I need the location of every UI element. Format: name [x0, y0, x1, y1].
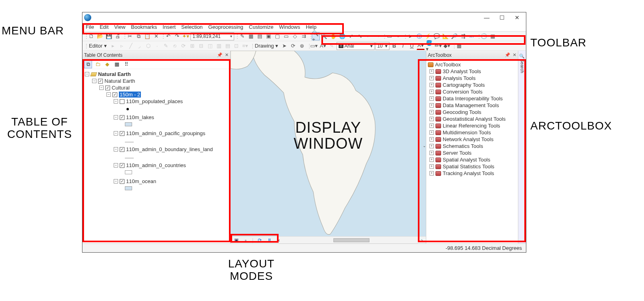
- toc-tree[interactable]: − Natural Earth − Natural Earth − Cultur…: [82, 69, 230, 243]
- toolbox-item[interactable]: +Schematics Tools: [429, 143, 516, 150]
- collapse-icon[interactable]: −: [114, 179, 118, 183]
- close-button[interactable]: ✕: [513, 14, 521, 21]
- checkbox[interactable]: [105, 86, 110, 90]
- expand-icon[interactable]: +: [429, 110, 434, 114]
- goto-xy-icon[interactable]: XY: [468, 32, 476, 40]
- expand-icon[interactable]: +: [429, 83, 434, 87]
- data-view-icon[interactable]: ▣: [233, 237, 239, 243]
- expand-icon[interactable]: +: [429, 144, 434, 148]
- expand-icon[interactable]: +: [429, 137, 434, 142]
- maximize-button[interactable]: ☐: [498, 14, 506, 21]
- edit-tool-icon[interactable]: ▹: [118, 42, 126, 50]
- select-features-icon[interactable]: ▭: [385, 32, 393, 40]
- toc-layer[interactable]: −110m_admin_0_countries: [114, 162, 228, 169]
- find-route-icon[interactable]: ⇶: [459, 32, 467, 40]
- checkbox[interactable]: [112, 92, 117, 97]
- list-by-drawing-order-icon[interactable]: ⧉: [84, 60, 92, 68]
- expand-icon[interactable]: +: [429, 151, 434, 155]
- layer-label[interactable]: 110m_lakes: [126, 114, 154, 120]
- rectangle-icon[interactable]: ▭▾: [310, 42, 318, 50]
- toolbox-item[interactable]: +Geocoding Tools: [429, 109, 516, 116]
- redo-icon[interactable]: ↷: [173, 32, 181, 40]
- expand-icon[interactable]: +: [429, 90, 434, 94]
- pin-icon[interactable]: 📌: [217, 52, 223, 58]
- minimize-button[interactable]: —: [483, 14, 491, 21]
- paste-icon[interactable]: 📋: [143, 32, 151, 40]
- toc-layer[interactable]: −110m_ocean: [114, 178, 228, 185]
- expand-icon[interactable]: +: [429, 130, 434, 135]
- edit-tool-icon[interactable]: ⊡: [233, 42, 241, 50]
- back-icon[interactable]: ←: [365, 32, 373, 40]
- rotate-icon[interactable]: ⟳: [289, 42, 297, 50]
- toolbox-item[interactable]: +Data Interoperability Tools: [429, 95, 516, 102]
- save-icon[interactable]: 💾: [105, 32, 113, 40]
- python-icon[interactable]: ◇: [291, 32, 299, 40]
- list-by-source-icon[interactable]: 🗀: [94, 60, 102, 68]
- toc-dataframe[interactable]: Natural Earth: [104, 78, 135, 84]
- search-sidetab[interactable]: 🔍 Search: [518, 51, 526, 243]
- toolbox-item[interactable]: +Conversion Tools: [429, 88, 516, 95]
- toolbar-icon[interactable]: ▦: [455, 42, 463, 50]
- catalog-icon[interactable]: ▣: [265, 32, 273, 40]
- menu-bookmarks[interactable]: Bookmarks: [131, 24, 157, 30]
- toolbox-item[interactable]: +Linear Referencing Tools: [429, 122, 516, 129]
- fixed-zoom-in-icon[interactable]: ⤢: [347, 32, 355, 40]
- panel-close-icon[interactable]: ✕: [513, 52, 516, 58]
- font-combo[interactable]: 🅰 Arial▾: [337, 42, 375, 50]
- font-color-icon[interactable]: A▾: [417, 42, 425, 50]
- collapse-icon[interactable]: −: [114, 99, 118, 104]
- collapse-icon[interactable]: −: [92, 79, 96, 83]
- viewer-icon[interactable]: ▦: [489, 32, 497, 40]
- pan-icon[interactable]: ✋: [329, 32, 337, 40]
- toolbox-item[interactable]: +Server Tools: [429, 150, 516, 156]
- menu-insert[interactable]: Insert: [163, 24, 176, 30]
- toc-layer-selected[interactable]: 150m - 2: [119, 92, 141, 98]
- edit-tool-icon[interactable]: ▤: [224, 42, 232, 50]
- options-icon[interactable]: ⠿: [122, 60, 130, 68]
- toolbox-item[interactable]: +3D Analyst Tools: [429, 68, 516, 75]
- fixed-zoom-out-icon[interactable]: ⤡: [356, 32, 364, 40]
- pin-icon[interactable]: 📌: [505, 52, 510, 58]
- menubar[interactable]: File Edit View Bookmarks Insert Selectio…: [82, 23, 526, 32]
- chevron-left-icon[interactable]: ‹: [276, 237, 282, 243]
- italic-icon[interactable]: I: [399, 42, 407, 50]
- copy-icon[interactable]: ⧉: [134, 32, 142, 40]
- collapse-icon[interactable]: −: [114, 131, 118, 136]
- menu-windows[interactable]: Windows: [279, 24, 300, 30]
- layer-label[interactable]: 110m_populated_places: [126, 98, 183, 104]
- delete-icon[interactable]: ✕: [152, 32, 160, 40]
- cut-icon[interactable]: ✂: [126, 32, 134, 40]
- edit-tool-icon[interactable]: ▥: [215, 42, 223, 50]
- edit-tool-icon[interactable]: ⬡: [144, 42, 152, 50]
- expand-icon[interactable]: +: [429, 124, 434, 128]
- refresh-icon[interactable]: ⟳: [257, 237, 263, 243]
- edit-tool-icon[interactable]: ✎: [162, 42, 170, 50]
- editor-dropdown[interactable]: Editor ▾: [87, 43, 108, 49]
- menu-selection[interactable]: Selection: [181, 24, 203, 30]
- zoom-to-selected-icon[interactable]: ⊕: [298, 42, 306, 50]
- bold-icon[interactable]: B: [390, 42, 398, 50]
- toc-layer[interactable]: −110m_populated_places: [114, 98, 228, 105]
- scroll-chevron-icon[interactable]: ⌄: [423, 144, 426, 148]
- scale-combo[interactable]: 1:89,819,241▾: [191, 32, 234, 40]
- checkbox[interactable]: [120, 115, 124, 120]
- expand-icon[interactable]: +: [429, 96, 434, 101]
- toolbox-item[interactable]: +Analysis Tools: [429, 75, 516, 82]
- toolbox-item[interactable]: +Multidimension Tools: [429, 129, 516, 136]
- toolbar-icon[interactable]: ▦: [247, 32, 255, 40]
- collapse-icon[interactable]: −: [99, 86, 104, 90]
- collapse-icon[interactable]: −: [85, 72, 89, 76]
- chevron-right-icon[interactable]: ›: [418, 237, 426, 243]
- expand-icon[interactable]: +: [429, 164, 434, 169]
- edit-tool-icon[interactable]: ≡▾: [241, 42, 249, 50]
- layout-view-icon[interactable]: ▫: [243, 237, 249, 243]
- list-by-selection-icon[interactable]: ▦: [113, 60, 121, 68]
- edit-tool-icon[interactable]: ◞: [136, 42, 144, 50]
- toolbox-item[interactable]: +Data Management Tools: [429, 102, 516, 109]
- clear-selection-icon[interactable]: ▫: [394, 32, 402, 40]
- edit-tool-icon[interactable]: ·: [153, 42, 161, 50]
- edit-tool-icon[interactable]: ╱: [127, 42, 135, 50]
- checkbox[interactable]: [120, 179, 124, 184]
- underline-icon[interactable]: U: [408, 42, 416, 50]
- layer-label[interactable]: 110m_admin_0_pacific_groupings: [126, 130, 205, 136]
